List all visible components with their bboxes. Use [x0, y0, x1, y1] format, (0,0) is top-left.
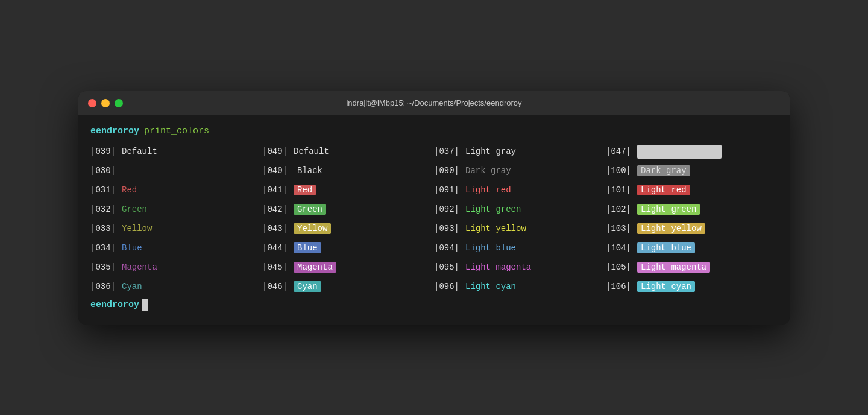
label-039: Default	[122, 145, 157, 158]
code-041: |041|	[262, 184, 294, 197]
label-033: Yellow	[122, 223, 152, 235]
row-106: |106| Light cyan	[606, 277, 778, 296]
code-095: |095|	[434, 261, 465, 274]
label-100: Dark gray	[637, 165, 690, 177]
label-035: Magenta	[122, 261, 157, 274]
label-043: Yellow	[294, 223, 331, 235]
minimize-button[interactable]	[101, 99, 110, 107]
code-047: |047|	[606, 145, 637, 158]
label-045: Magenta	[294, 261, 336, 274]
row-091: |091| Light red	[434, 180, 606, 200]
code-104: |104|	[606, 242, 637, 255]
label-047	[637, 145, 722, 159]
first-prompt: eendroroy print_colors	[90, 125, 778, 139]
traffic-lights	[88, 99, 123, 107]
code-103: |103|	[606, 223, 637, 235]
row-043: |043| Yellow	[262, 219, 434, 238]
code-049: |049|	[262, 145, 294, 158]
row-095: |095| Light magenta	[434, 258, 606, 277]
label-032: Green	[122, 203, 147, 216]
label-094: Light blue	[465, 242, 516, 255]
row-044: |044| Blue	[262, 238, 434, 258]
close-button[interactable]	[88, 99, 96, 107]
row-042: |042| Green	[262, 200, 434, 219]
row-047: |047|	[606, 142, 778, 161]
label-034: Blue	[122, 242, 142, 255]
code-037: |037|	[434, 145, 465, 158]
code-106: |106|	[606, 280, 637, 293]
row-101: |101| Light red	[606, 180, 778, 200]
code-043: |043|	[262, 223, 294, 235]
code-102: |102|	[606, 203, 637, 216]
code-093: |093|	[434, 223, 465, 235]
row-096: |096| Light cyan	[434, 277, 606, 296]
row-040: |049| Default	[262, 142, 434, 161]
terminal-body[interactable]: eendroroy print_colors |039| Default |04…	[78, 115, 790, 325]
label-106: Light cyan	[637, 280, 695, 293]
titlebar: indrajit@iMbp15: ~/Documents/Projects/ee…	[78, 91, 790, 115]
code-100: |100|	[606, 165, 637, 177]
label-105: Light magenta	[637, 261, 710, 274]
code-039: |039|	[90, 145, 122, 158]
row-035: |035| Magenta	[90, 258, 262, 277]
label-049: Default	[294, 145, 329, 158]
row-102: |102| Light green	[606, 200, 778, 219]
code-036: |036|	[90, 280, 122, 293]
cursor	[142, 299, 148, 311]
row-031: |031| Red	[90, 180, 262, 200]
row-105: |105| Light magenta	[606, 258, 778, 277]
label-103: Light yellow	[637, 223, 705, 235]
prompt-name-1: eendroroy	[90, 125, 139, 139]
label-042: Green	[294, 203, 326, 216]
label-090: Dark gray	[465, 165, 511, 177]
desktop: indrajit@iMbp15: ~/Documents/Projects/ee…	[0, 0, 868, 415]
code-044: |044|	[262, 242, 294, 255]
row-090: |090| Dark gray	[434, 161, 606, 180]
row-100: |100| Dark gray	[606, 161, 778, 180]
label-044: Blue	[294, 242, 321, 255]
code-101: |101|	[606, 184, 637, 197]
code-092: |092|	[434, 203, 465, 216]
label-102: Light green	[637, 203, 700, 216]
color-table: |039| Default |049| Default |037| Light …	[90, 142, 778, 296]
row-039: |039| Default	[90, 142, 262, 161]
maximize-button[interactable]	[115, 99, 123, 107]
code-091: |091|	[434, 184, 465, 197]
label-095: Light magenta	[465, 261, 531, 274]
code-033: |033|	[90, 223, 122, 235]
label-096: Light cyan	[465, 280, 516, 293]
prompt-command: print_colors	[144, 125, 209, 139]
label-093: Light yellow	[465, 223, 526, 235]
label-092: Light green	[465, 203, 521, 216]
row-092: |092| Light green	[434, 200, 606, 219]
row-036: |036| Cyan	[90, 277, 262, 296]
label-040: Black	[294, 165, 326, 177]
label-046: Cyan	[294, 280, 321, 293]
row-104: |104| Light blue	[606, 238, 778, 258]
row-041: |041| Red	[262, 180, 434, 200]
code-034: |034|	[90, 242, 122, 255]
row-093: |093| Light yellow	[434, 219, 606, 238]
terminal-window: indrajit@iMbp15: ~/Documents/Projects/ee…	[78, 91, 790, 325]
label-036: Cyan	[122, 280, 142, 293]
code-040: |040|	[262, 165, 294, 177]
row-094: |094| Light blue	[434, 238, 606, 258]
code-045: |045|	[262, 261, 294, 274]
code-042: |042|	[262, 203, 294, 216]
code-046: |046|	[262, 280, 294, 293]
label-104: Light blue	[637, 242, 695, 255]
label-031: Red	[122, 184, 137, 197]
row-046: |046| Cyan	[262, 277, 434, 296]
code-032: |032|	[90, 203, 122, 216]
window-title: indrajit@iMbp15: ~/Documents/Projects/ee…	[346, 98, 521, 107]
label-101: Light red	[637, 184, 690, 197]
code-031: |031|	[90, 184, 122, 197]
row-040b: |040| Black	[262, 161, 434, 180]
code-035: |035|	[90, 261, 122, 274]
row-103: |103| Light yellow	[606, 219, 778, 238]
prompt-name-2: eendroroy	[90, 299, 139, 312]
code-096: |096|	[434, 280, 465, 293]
label-091: Light red	[465, 184, 511, 197]
row-037: |037| Light gray	[434, 142, 606, 161]
row-032: |032| Green	[90, 200, 262, 219]
